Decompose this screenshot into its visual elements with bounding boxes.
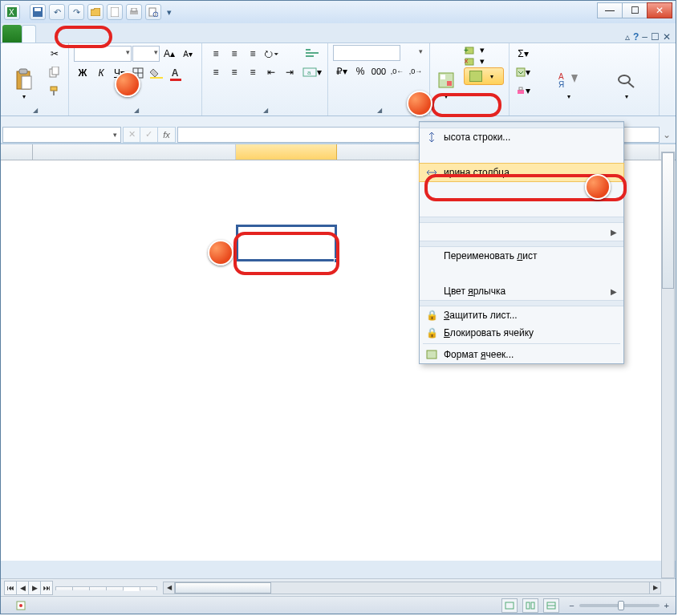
- workbook-minimize-icon[interactable]: –: [642, 31, 648, 43]
- sheet-nav-last-icon[interactable]: ⏭: [40, 581, 53, 595]
- percent-format-icon[interactable]: %: [351, 63, 369, 80]
- align-top-icon[interactable]: ≡: [207, 45, 225, 63]
- select-all-corner[interactable]: [1, 144, 33, 160]
- close-button[interactable]: ✕: [647, 2, 672, 18]
- fill-icon[interactable]: ▾: [514, 63, 532, 81]
- insert-function-icon[interactable]: fx: [158, 127, 176, 143]
- dd-row-height[interactable]: ысота строки...: [420, 128, 623, 146]
- format-painter-icon[interactable]: [46, 82, 63, 99]
- dd-rename-sheet[interactable]: Переименовать лист: [420, 247, 623, 265]
- align-right-icon[interactable]: ≡: [244, 63, 262, 81]
- decrease-indent-icon[interactable]: ⇤: [262, 63, 280, 81]
- increase-decimal-icon[interactable]: ,0←: [388, 63, 406, 80]
- dd-autofit-col[interactable]: [420, 181, 623, 199]
- view-normal-icon[interactable]: [501, 598, 518, 613]
- excel-icon[interactable]: X: [4, 4, 20, 20]
- cells-insert-icon[interactable]: +▾: [464, 45, 485, 55]
- name-box[interactable]: ▾: [2, 127, 121, 143]
- hscroll-left-icon[interactable]: ◀: [164, 582, 175, 594]
- sheet-tab[interactable]: [89, 586, 107, 590]
- accounting-format-icon[interactable]: ₽▾: [333, 63, 351, 80]
- tab-page-layout[interactable]: [49, 25, 62, 43]
- font-name-combo[interactable]: [74, 46, 132, 62]
- increase-indent-icon[interactable]: ⇥: [281, 63, 298, 81]
- redo-icon[interactable]: ↷: [68, 4, 84, 20]
- tab-insert[interactable]: [36, 25, 49, 43]
- alignment-dialog-launcher-icon[interactable]: ◢: [263, 107, 268, 114]
- font-dialog-launcher-icon[interactable]: ◢: [134, 107, 139, 114]
- italic-icon[interactable]: К: [92, 64, 110, 82]
- tab-file[interactable]: [2, 25, 22, 43]
- save-icon[interactable]: [30, 4, 46, 20]
- sort-filter-button[interactable]: АЯ ▾: [542, 45, 596, 103]
- number-dialog-launcher-icon[interactable]: ◢: [377, 107, 382, 114]
- merge-center-icon[interactable]: a▾: [302, 63, 323, 81]
- copy-icon[interactable]: [46, 63, 63, 81]
- underline-icon[interactable]: Ч▾: [111, 64, 128, 82]
- zoom-slider-knob[interactable]: [618, 601, 624, 610]
- clipboard-dialog-launcher-icon[interactable]: ◢: [33, 107, 38, 114]
- col-header-B[interactable]: [236, 144, 337, 160]
- hscroll-right-icon[interactable]: ▶: [649, 582, 660, 594]
- cancel-formula-icon[interactable]: ✕: [123, 127, 140, 143]
- sheet-nav-first-icon[interactable]: ⏮: [4, 581, 17, 595]
- dd-protect-sheet[interactable]: 🔒Защитить лист...: [420, 306, 623, 324]
- clear-icon[interactable]: ▾: [514, 82, 532, 99]
- bold-icon[interactable]: Ж: [74, 64, 91, 82]
- new-icon[interactable]: [107, 4, 123, 20]
- font-size-combo[interactable]: [132, 46, 160, 62]
- tab-review[interactable]: [87, 25, 100, 43]
- zoom-slider[interactable]: [579, 604, 660, 607]
- format-button[interactable]: ▾: [464, 67, 504, 85]
- zoom-out-icon[interactable]: −: [569, 601, 574, 610]
- orientation-icon[interactable]: ⭮▾: [262, 45, 280, 63]
- border-icon[interactable]: [129, 64, 147, 82]
- zoom-in-icon[interactable]: +: [664, 601, 669, 610]
- sheet-nav-next-icon[interactable]: ▶: [28, 581, 41, 595]
- cut-icon[interactable]: ✂: [46, 45, 63, 63]
- enter-formula-icon[interactable]: ✓: [140, 127, 158, 143]
- tab-addins[interactable]: [126, 25, 139, 43]
- tab-home[interactable]: [22, 25, 36, 43]
- wrap-text-icon[interactable]: [302, 45, 323, 63]
- tab-abbyy[interactable]: [152, 25, 164, 43]
- vscroll-thumb[interactable]: [662, 152, 674, 289]
- align-bottom-icon[interactable]: ≡: [244, 45, 262, 63]
- macro-record-icon[interactable]: [15, 600, 26, 611]
- minimize-button[interactable]: —: [597, 2, 623, 18]
- dd-hide-unhide[interactable]: ▶: [420, 223, 623, 241]
- increase-font-icon[interactable]: A▴: [160, 45, 178, 63]
- dd-lock-cell[interactable]: 🔒Блокировать ячейку: [420, 324, 623, 342]
- align-left-icon[interactable]: ≡: [207, 63, 225, 81]
- maximize-button[interactable]: ☐: [622, 2, 648, 18]
- sheet-nav-prev-icon[interactable]: ◀: [16, 581, 29, 595]
- tab-developer[interactable]: [113, 25, 126, 43]
- tab-formulas[interactable]: [62, 25, 75, 43]
- tab-data[interactable]: [75, 25, 87, 43]
- qat-more-icon[interactable]: ▾: [164, 4, 174, 20]
- dd-column-width[interactable]: ирина столбца...: [419, 163, 624, 182]
- view-page-break-icon[interactable]: [543, 598, 559, 613]
- decrease-decimal-icon[interactable]: ,0→: [407, 63, 424, 80]
- expand-formula-bar-icon[interactable]: ⌄: [660, 129, 674, 140]
- comma-format-icon[interactable]: 000: [370, 63, 388, 80]
- dd-autofit-row[interactable]: [420, 146, 623, 164]
- hscroll-thumb[interactable]: [175, 582, 271, 594]
- cells-delete-icon[interactable]: ×▾: [464, 56, 485, 67]
- workbook-close-icon[interactable]: ✕: [663, 31, 671, 43]
- dd-format-cells[interactable]: Формат ячеек...: [420, 346, 623, 363]
- workbook-restore-icon[interactable]: ☐: [651, 31, 660, 43]
- decrease-font-icon[interactable]: A▾: [179, 45, 197, 63]
- sheet-tab[interactable]: [72, 586, 90, 590]
- align-middle-icon[interactable]: ≡: [225, 45, 243, 63]
- dd-default-width[interactable]: [420, 199, 623, 217]
- paste-button[interactable]: ▾: [6, 45, 43, 103]
- tab-foxit[interactable]: [139, 25, 152, 43]
- horizontal-scrollbar[interactable]: ◀ ▶: [163, 582, 661, 594]
- dd-move-copy[interactable]: [420, 265, 623, 282]
- sheet-tab[interactable]: [140, 586, 157, 590]
- open-icon[interactable]: [87, 4, 104, 20]
- font-color-icon[interactable]: A: [166, 64, 184, 82]
- ribbon-minimize-icon[interactable]: ▵: [625, 31, 630, 43]
- conditional-formatting-icon[interactable]: ▾: [435, 45, 457, 103]
